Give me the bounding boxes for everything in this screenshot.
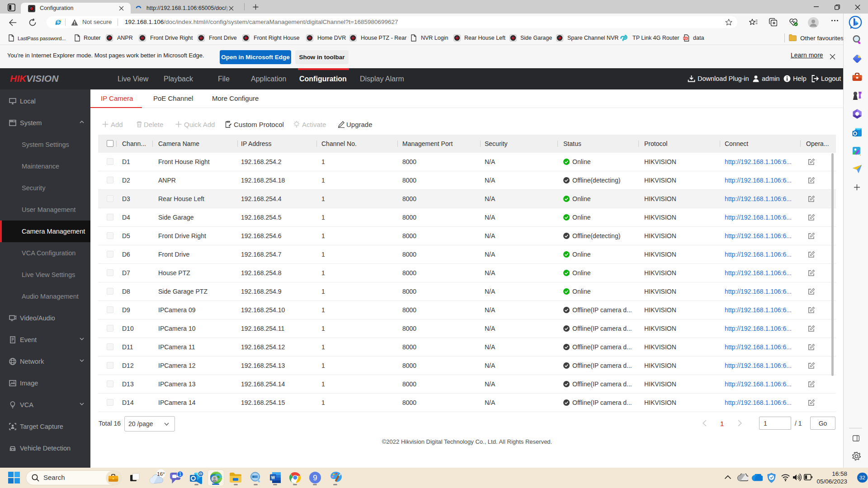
svg-text:9: 9 (313, 474, 317, 482)
svg-text:PDF: PDF (684, 38, 688, 40)
svg-text:16°: 16° (157, 471, 165, 477)
svg-text:1: 1 (179, 472, 182, 477)
